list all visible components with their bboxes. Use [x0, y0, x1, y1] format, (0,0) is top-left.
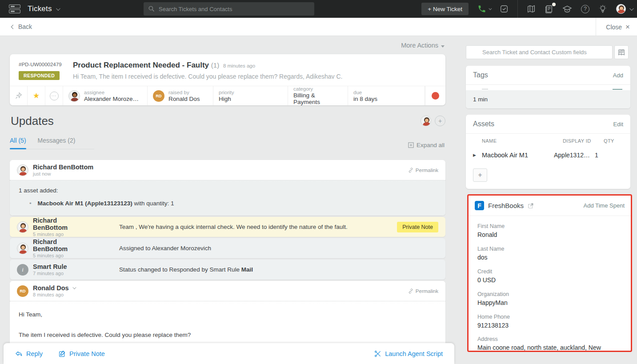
- permalink-label: Permalink: [416, 288, 438, 294]
- time-entry: 1 min: [466, 90, 630, 108]
- asset-name: Macbook Air M1: [482, 152, 554, 159]
- top-navigation-bar: Tickets + New Ticket: [0, 0, 637, 18]
- update-author: Ronald Dos: [33, 284, 69, 292]
- assets-title: Assets: [473, 120, 494, 128]
- richard-avatar: [17, 221, 28, 233]
- new-ticket-button[interactable]: + New Ticket: [421, 3, 469, 15]
- tags-add-button[interactable]: Add: [613, 72, 623, 79]
- caret-right-icon[interactable]: ▶: [473, 153, 482, 157]
- add-asset-button[interactable]: +: [473, 168, 487, 182]
- topbar-divider: [517, 0, 518, 18]
- assignee-avatar: [68, 90, 80, 102]
- reply-button[interactable]: Reply: [15, 350, 43, 357]
- help-icon[interactable]: ?: [581, 5, 589, 13]
- link-icon: [408, 288, 413, 294]
- ideas-bulb-icon[interactable]: [598, 4, 607, 13]
- whats-new-icon[interactable]: [545, 4, 553, 13]
- expand-all-button[interactable]: Expand all: [356, 142, 445, 148]
- author-chevron-icon[interactable]: [72, 285, 76, 289]
- asset-row[interactable]: ▶ Macbook Air M1 Apple1312… 1: [466, 147, 630, 163]
- user-menu[interactable]: [616, 4, 633, 14]
- ticket-title: Product Replacement Needed - Faulty: [73, 61, 209, 69]
- category-value: Billing & Payments: [293, 92, 342, 105]
- close-button[interactable]: Close ×: [596, 18, 630, 36]
- star-ticket-button[interactable]: ★: [28, 86, 45, 105]
- raised-by-property[interactable]: RD raised by Ronald Dos: [148, 86, 213, 105]
- phone-icon[interactable]: [477, 4, 491, 13]
- update-time: 5 minutes ago: [33, 232, 91, 237]
- due-value: in 8 days: [353, 96, 377, 102]
- agent-script-icon: [374, 350, 381, 357]
- update-time: 8 minutes ago: [33, 292, 75, 297]
- external-link-icon[interactable]: [528, 203, 534, 209]
- assets-table-header: NAME DISPLAY ID QTY: [466, 133, 630, 147]
- assignee-property[interactable]: assignee Alexander Moroze…: [63, 86, 148, 105]
- ticket-thread-count: (1): [211, 61, 219, 69]
- priority-value: High: [219, 96, 234, 102]
- permalink-link[interactable]: Permalink: [408, 288, 438, 294]
- ticket-options-button[interactable]: ⋯: [45, 86, 63, 105]
- field-label: Organization: [477, 291, 622, 297]
- column-display-id: DISPLAY ID: [563, 138, 604, 144]
- reply-action-bar: Reply Private Note Launch Agent Script: [4, 343, 454, 364]
- sla-red-dot: [432, 92, 439, 100]
- more-actions-button[interactable]: More Actions: [10, 42, 445, 49]
- status-change-text: Status changed to Responded by Smart Rul…: [119, 266, 241, 273]
- update-entry-private-note: Richard BenBottom 5 minutes ago Team , W…: [10, 217, 445, 237]
- due-label: due: [353, 90, 377, 95]
- tickets-menu[interactable]: Tickets: [28, 4, 59, 13]
- update-author: Richard BenBottom: [33, 164, 93, 171]
- field-groups-button[interactable]: [614, 45, 629, 59]
- user-avatar: [616, 4, 626, 14]
- update-time: just now: [33, 171, 93, 176]
- sla-indicator-cell: [425, 86, 445, 105]
- category-property[interactable]: category Billing & Payments: [288, 86, 348, 105]
- assignee-value: Alexander Moroze…: [84, 96, 139, 102]
- field-value: Ronald: [477, 231, 615, 239]
- launch-agent-script-button[interactable]: Launch Agent Script: [374, 350, 443, 357]
- ticket-detail-page: Tickets + New Ticket: [0, 0, 637, 364]
- academy-icon[interactable]: [562, 4, 572, 13]
- watcher-avatar[interactable]: [421, 116, 431, 126]
- caret-down-icon: [441, 45, 445, 48]
- richard-avatar: [17, 164, 28, 176]
- asset-added-name: Macbook Air M1 (Apple13123123): [38, 200, 132, 207]
- todo-check-icon[interactable]: [500, 4, 509, 13]
- private-note-button[interactable]: Private Note: [59, 350, 105, 357]
- add-time-spent-button[interactable]: Add Time Spent: [584, 202, 625, 209]
- ronald-avatar: RD: [17, 285, 28, 297]
- tab-all[interactable]: All (5): [10, 137, 26, 144]
- solutions-map-icon[interactable]: [527, 4, 536, 13]
- field-value: 0 USD: [477, 276, 615, 284]
- phone-chevron-icon: [489, 7, 492, 10]
- note-edit-icon: [59, 350, 66, 357]
- freshbooks-field: Organization HappyMan: [477, 291, 622, 307]
- note-text: Team , We're having a quick internal che…: [119, 224, 348, 230]
- priority-label: priority: [219, 90, 234, 95]
- freshbooks-card: F FreshBooks Add Time Spent First Name R…: [467, 194, 632, 352]
- field-value: Main coone road, north state, auckland, …: [477, 344, 615, 352]
- permalink-link[interactable]: Permalink: [408, 168, 438, 173]
- assignee-label: assignee: [84, 90, 139, 95]
- category-label: category: [293, 86, 342, 92]
- pin-ticket-button[interactable]: [10, 86, 28, 105]
- tickets-menu-label: Tickets: [28, 4, 52, 13]
- due-property[interactable]: due in 8 days: [348, 86, 425, 105]
- more-actions-label: More Actions: [401, 42, 438, 49]
- freshbooks-field: First Name Ronald: [477, 223, 622, 239]
- priority-property[interactable]: priority High: [213, 86, 288, 105]
- assets-edit-button[interactable]: Edit: [613, 121, 623, 128]
- back-button[interactable]: Back: [12, 23, 32, 30]
- updates-heading: Updates: [11, 114, 54, 128]
- message-paragraph: Hi Team,: [19, 311, 437, 318]
- reply-label: Reply: [26, 350, 43, 357]
- ticket-preview-text: Hi Team, The item I received is defectiv…: [73, 73, 342, 80]
- global-search-input[interactable]: [144, 2, 314, 16]
- updates-tabs: All (5) Messages (2): [10, 137, 94, 149]
- app-switcher-icon[interactable]: [9, 4, 20, 14]
- add-watcher-button[interactable]: +: [435, 116, 445, 126]
- update-author: Smart Rule: [33, 263, 91, 270]
- tags-title: Tags: [473, 71, 488, 79]
- tab-messages[interactable]: Messages (2): [38, 137, 76, 144]
- custom-fields-search-input[interactable]: [466, 45, 613, 59]
